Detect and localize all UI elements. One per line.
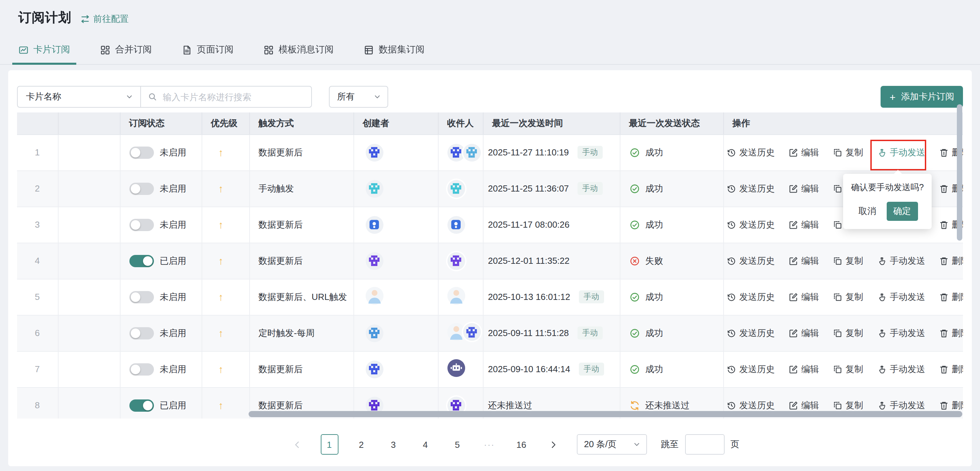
tab-dataset[interactable]: 数据集订阅 — [362, 37, 426, 64]
avatar — [365, 144, 383, 161]
edit-action[interactable]: 编辑 — [788, 182, 819, 195]
edit-action[interactable]: 编辑 — [788, 219, 819, 231]
subscription-toggle[interactable] — [129, 146, 154, 158]
edit-action[interactable]: 编辑 — [788, 291, 819, 303]
manual-send-action[interactable]: 手动发送 — [877, 363, 925, 375]
trash-icon — [939, 401, 948, 410]
subscription-toggle[interactable] — [129, 219, 154, 231]
tab-grid[interactable]: 合并订阅 — [99, 37, 153, 64]
delete-action[interactable]: 删除 — [939, 327, 963, 339]
pagination: 12345···1620 条/页跳至页 — [17, 434, 963, 455]
send-history-action[interactable]: 发送历史 — [726, 327, 775, 339]
last-send-time: 2025-11-27 11:10:19 — [488, 147, 569, 158]
tab-bar: 卡片订阅 合并订阅 页面订阅 模板消息订阅 数据集订阅 — [0, 37, 980, 65]
subscription-toggle[interactable] — [129, 291, 154, 303]
column-header: 触发方式 — [249, 112, 353, 134]
trigger-method: 定时触发-每周 — [249, 315, 353, 351]
manual-send-action[interactable]: 手动发送 — [877, 327, 925, 339]
page-button-4[interactable]: 4 — [417, 434, 434, 455]
edit-icon — [788, 184, 798, 193]
avatar — [447, 252, 465, 270]
send-history-action[interactable]: 发送历史 — [726, 146, 775, 158]
delete-action[interactable]: 删除 — [939, 363, 963, 375]
page-size-select[interactable]: 20 条/页 — [576, 434, 647, 455]
search-input[interactable] — [161, 91, 306, 102]
field-select[interactable]: 卡片名称 — [17, 86, 141, 108]
copy-action[interactable]: 复制 — [832, 363, 863, 375]
subscription-status-label: 未启用 — [160, 291, 186, 303]
send-history-action[interactable]: 发送历史 — [726, 399, 775, 411]
manual-send-action[interactable]: 手动发送 — [877, 291, 925, 303]
last-send-time: 还未推送过 — [488, 400, 532, 410]
avatar — [447, 180, 465, 197]
jump-to-page-input[interactable] — [685, 434, 724, 455]
copy-action[interactable]: 复制 — [832, 146, 863, 158]
subscription-toggle[interactable] — [129, 255, 154, 267]
manual-send-action[interactable]: 手动发送 — [877, 255, 925, 267]
page-button-2[interactable]: 2 — [352, 434, 370, 455]
go-to-config-link[interactable]: 前往配置 — [80, 13, 129, 25]
delete-action[interactable]: 删除 — [939, 399, 963, 411]
subscription-toggle[interactable] — [129, 327, 154, 339]
subscription-toggle[interactable] — [129, 363, 154, 375]
manual-send-action[interactable]: 手动发送 — [877, 399, 925, 411]
trigger-method: 数据更新后 — [249, 351, 353, 387]
send-history-action[interactable]: 发送历史 — [726, 255, 775, 267]
cancel-button[interactable]: 取消 — [857, 204, 878, 219]
edit-action[interactable]: 编辑 — [788, 255, 819, 267]
subscription-toggle[interactable] — [129, 182, 154, 195]
blank-cell — [58, 279, 120, 315]
delete-action[interactable]: 删除 — [939, 291, 963, 303]
tab-card-chart[interactable]: 卡片订阅 — [17, 37, 72, 64]
tab-template[interactable]: 模板消息订阅 — [262, 37, 335, 64]
column-header: 最近一次发送时间 — [483, 112, 620, 134]
edit-action[interactable]: 编辑 — [788, 399, 819, 411]
blank-cell — [58, 387, 120, 418]
delete-action[interactable]: 删除 — [939, 255, 963, 267]
page-ellipsis[interactable]: ··· — [480, 434, 498, 455]
status-filter-select[interactable]: 所有 — [329, 86, 388, 108]
subscription-status-label: 未启用 — [160, 219, 186, 231]
row-index: 5 — [17, 279, 58, 315]
row-index: 7 — [17, 351, 58, 387]
previous-page-button[interactable] — [288, 434, 306, 455]
column-header: 创建者 — [353, 112, 438, 134]
next-page-button[interactable] — [544, 434, 562, 455]
copy-action[interactable]: 复制 — [832, 399, 863, 411]
page-header: 订阅计划 前往配置 — [0, 0, 980, 27]
grid-icon — [100, 45, 110, 55]
page-button-16[interactable]: 16 — [512, 434, 530, 455]
page-button-1[interactable]: 1 — [320, 434, 338, 455]
trigger-method: 数据更新后 — [249, 206, 353, 243]
add-card-subscription-button[interactable]: + 添加卡片订阅 — [881, 86, 963, 108]
copy-action[interactable]: 复制 — [832, 291, 863, 303]
edit-action[interactable]: 编辑 — [788, 146, 819, 158]
hand-pointer-icon — [877, 292, 886, 302]
trash-icon — [939, 184, 948, 193]
page-button-5[interactable]: 5 — [449, 434, 466, 455]
confirm-button[interactable]: 确定 — [886, 202, 918, 221]
send-history-action[interactable]: 发送历史 — [726, 182, 775, 195]
send-history-action[interactable]: 发送历史 — [726, 363, 775, 375]
trash-icon — [939, 220, 948, 229]
row-actions: 发送历史编辑复制手动发送删除 — [726, 291, 963, 303]
hand-pointer-icon — [877, 401, 886, 410]
column-header — [17, 112, 58, 134]
send-history-action[interactable]: 发送历史 — [726, 219, 775, 231]
copy-action[interactable]: 复制 — [832, 327, 863, 339]
vertical-scrollbar-thumb[interactable] — [957, 104, 962, 241]
edit-action[interactable]: 编辑 — [788, 363, 819, 375]
column-header: 收件人 — [438, 112, 483, 134]
send-history-action[interactable]: 发送历史 — [726, 291, 775, 303]
subscription-toggle[interactable] — [129, 399, 154, 411]
search-box[interactable] — [140, 86, 312, 108]
horizontal-scrollbar-thumb[interactable] — [248, 411, 962, 417]
page-button-3[interactable]: 3 — [385, 434, 402, 455]
copy-action[interactable]: 复制 — [832, 255, 863, 267]
avatar — [365, 324, 383, 342]
chevron-down-icon — [125, 93, 134, 101]
row-actions: 发送历史编辑复制手动发送删除 — [726, 399, 963, 411]
jump-to-label: 跳至 — [661, 438, 679, 450]
tab-page[interactable]: 页面订阅 — [180, 37, 235, 64]
edit-action[interactable]: 编辑 — [788, 327, 819, 339]
